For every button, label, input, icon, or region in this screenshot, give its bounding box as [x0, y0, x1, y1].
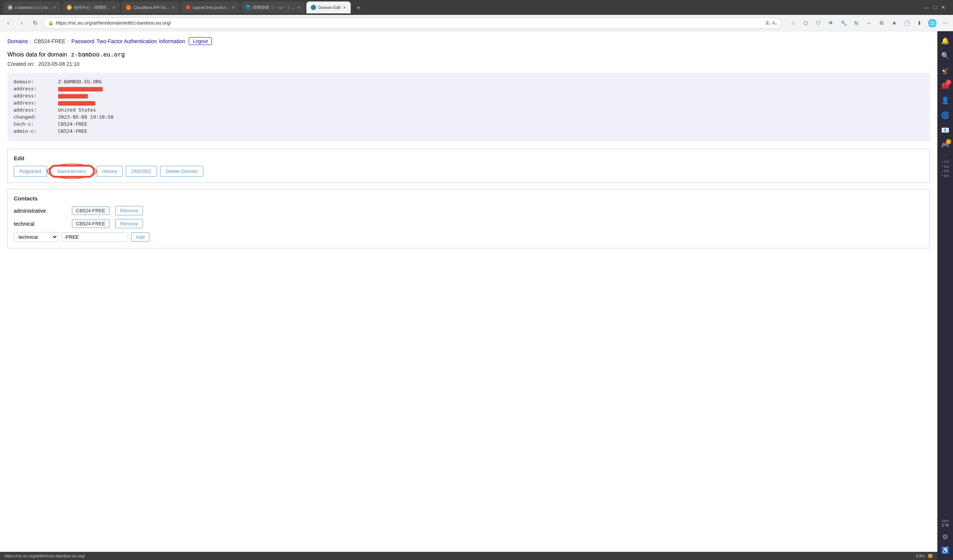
side-settings-icon[interactable]: ⚙: [939, 530, 952, 544]
twofactor-link[interactable]: Two-Factor Authentication: [96, 38, 157, 44]
url-box[interactable]: 🔒 https://nic.eu.org/arf/en/domain/edit/…: [43, 17, 782, 29]
tab-5[interactable]: 🎬 哔哩哔哩（`・ω・´）... ✕: [241, 2, 305, 13]
translate-icon[interactable]: あ: [765, 20, 770, 26]
info-row-address-3: address:: [13, 100, 924, 105]
techc-value: CB524-FREE: [58, 121, 87, 127]
tab-6[interactable]: 🌐 Domain Edit ✕: [306, 2, 351, 13]
contacts-section: Contacts administrative CB524-FREE Remov…: [8, 189, 930, 248]
tab-1[interactable]: 🏠 z-bamboo.cc | z-b... ✕: [3, 2, 61, 13]
address-redacted-2: [58, 93, 88, 99]
forward-button[interactable]: ›: [16, 18, 27, 28]
domain-name-display: z-bamboo.eu.org: [71, 51, 125, 58]
domains-link[interactable]: Domains: [8, 38, 28, 44]
info-row-adminc: admin-c: CB524-FREE: [13, 128, 924, 134]
page-content: Domains : CB524-FREE : Password Two-Fact…: [0, 31, 937, 552]
side-bell-icon[interactable]: 🔔: [939, 34, 952, 48]
dnssec-button[interactable]: DNSSEC: [126, 166, 157, 176]
cpu-label: CPU: [940, 519, 950, 523]
administrative-remove-button[interactable]: Remove: [115, 206, 143, 215]
add-contact-button[interactable]: Add: [131, 232, 149, 242]
tab-4[interactable]: ⚙ cpanel.free.pcwl.n... ✕: [181, 2, 239, 13]
maximize-button[interactable]: □: [934, 5, 937, 11]
domain-value: Z-BAMBOO.EU.ORG: [58, 79, 102, 84]
side-divider: [940, 155, 950, 155]
side-bird-icon[interactable]: 🦅: [939, 64, 952, 77]
technical-value: CB524-FREE: [72, 220, 109, 228]
side-accessibility-icon[interactable]: ♿: [939, 544, 952, 557]
status-bar: https://nic.eu.org/arf/en/ns/z-bamboo.eu…: [0, 552, 937, 560]
menu-button[interactable]: ⋯: [940, 18, 950, 28]
tab-2-favicon: 📋: [67, 5, 72, 10]
address-us-value: United States: [58, 107, 96, 113]
read-mode-icon[interactable]: Aₐ: [772, 20, 777, 26]
new-tab-button[interactable]: ＋: [352, 3, 365, 12]
logout-button[interactable]: Logout: [189, 37, 212, 45]
profile-icon[interactable]: 🌐: [927, 18, 937, 28]
history-button[interactable]: History: [97, 166, 123, 176]
star-icon[interactable]: ☆: [788, 18, 798, 28]
tab-4-close[interactable]: ✕: [231, 5, 235, 10]
tab-6-favicon: 🌐: [311, 5, 316, 10]
net-down-unit: + K/s: [941, 164, 949, 169]
tab-3-favicon: ☁: [126, 5, 131, 10]
addon-icon-4[interactable]: ↔: [864, 18, 874, 28]
technical-remove-button[interactable]: Remove: [115, 219, 143, 228]
split-view-icon[interactable]: ⧉: [876, 18, 887, 28]
cpu-value: 1 %: [940, 523, 950, 527]
info-row-domain: domain: Z-BAMBOO.EU.ORG: [13, 79, 924, 84]
side-bottom: CPU 1 % ⚙ ♿: [939, 518, 952, 557]
edit-section: Edit Registrant Nameservers History DNSS…: [8, 149, 930, 183]
nav-sep-2: :: [68, 38, 69, 44]
side-user-icon[interactable]: 👤: [939, 94, 952, 107]
address-redacted-1: [58, 86, 103, 91]
bookmark-icon[interactable]: ★: [889, 18, 899, 28]
delete-domain-button[interactable]: Delete Domain: [160, 166, 203, 176]
toolbar-icons: ☆ ⬡ 🛡 👁 🔧 N ↔ ⧉ ★ 🕐 ⬇ 🌐 ⋯: [788, 18, 950, 28]
addon-icon-3[interactable]: N: [851, 18, 861, 28]
tab-2[interactable]: 📋 创作中心 - 哔哩哔... ✕: [62, 2, 120, 13]
back-button[interactable]: ‹: [3, 18, 13, 28]
tab-6-close[interactable]: ✕: [343, 5, 346, 10]
reload-button[interactable]: ↻: [30, 18, 40, 28]
tab-2-label: 创作中心 - 哔哩哔...: [74, 5, 110, 11]
administrative-value: CB524-FREE: [72, 206, 109, 215]
tab-6-label: Domain Edit: [318, 5, 341, 10]
download-icon[interactable]: ⬇: [914, 18, 925, 28]
shield-icon[interactable]: 🛡: [813, 18, 823, 28]
addon-icon-2[interactable]: 🔧: [838, 18, 849, 28]
side-tools-icon[interactable]: 🧰 !: [939, 79, 952, 92]
contacts-section-title: Contacts: [14, 195, 924, 201]
close-button[interactable]: ✕: [941, 5, 945, 11]
net-up-value: ↑ 0.8: [941, 169, 949, 174]
minimize-button[interactable]: —: [924, 5, 929, 11]
game-badge: 1: [946, 139, 951, 144]
content-area: Domains : CB524-FREE : Password Two-Fact…: [0, 31, 937, 560]
side-game-icon[interactable]: 🎮 1: [939, 138, 952, 152]
info-row-address-us: address: United States: [13, 107, 924, 113]
extensions-icon[interactable]: ⬡: [800, 18, 811, 28]
contact-type-select[interactable]: administrative technical zone: [14, 232, 58, 242]
contact-value-input[interactable]: [61, 232, 128, 242]
created-date: 2023-05-08 21:10: [38, 61, 80, 67]
tab-5-favicon: 🎬: [245, 5, 250, 10]
history-icon[interactable]: 🕐: [902, 18, 912, 28]
tab-1-label: z-bamboo.cc | z-b...: [15, 5, 51, 10]
side-outlook-icon[interactable]: 📧: [939, 124, 952, 137]
side-search-icon[interactable]: 🔍: [939, 49, 952, 62]
cat-icon: 🐱: [928, 554, 933, 558]
side-edge-icon[interactable]: 🌀: [939, 108, 952, 122]
tab-2-close[interactable]: ✕: [112, 5, 115, 10]
registrant-button[interactable]: Registrant: [14, 166, 47, 176]
information-link[interactable]: Information: [159, 38, 185, 44]
technical-row: technical CB524-FREE Remove: [14, 219, 924, 228]
nameservers-button[interactable]: Nameservers: [50, 166, 93, 176]
side-panel: 🔔 🔍 🦅 🧰 ! 👤 🌀 📧 🎮 1 ↓ 2.3 + K/s ↑ 0.8 + …: [937, 31, 953, 560]
tab-5-close[interactable]: ✕: [297, 5, 300, 10]
tab-3[interactable]: ☁ Cloudflare API Do... ✕: [121, 2, 179, 13]
addon-icon-1[interactable]: 👁: [826, 18, 836, 28]
tab-1-close[interactable]: ✕: [53, 5, 56, 10]
info-row-address-2: address:: [13, 93, 924, 99]
edit-section-title: Edit: [14, 155, 924, 161]
password-link[interactable]: Password: [71, 38, 94, 44]
tab-3-close[interactable]: ✕: [172, 5, 175, 10]
